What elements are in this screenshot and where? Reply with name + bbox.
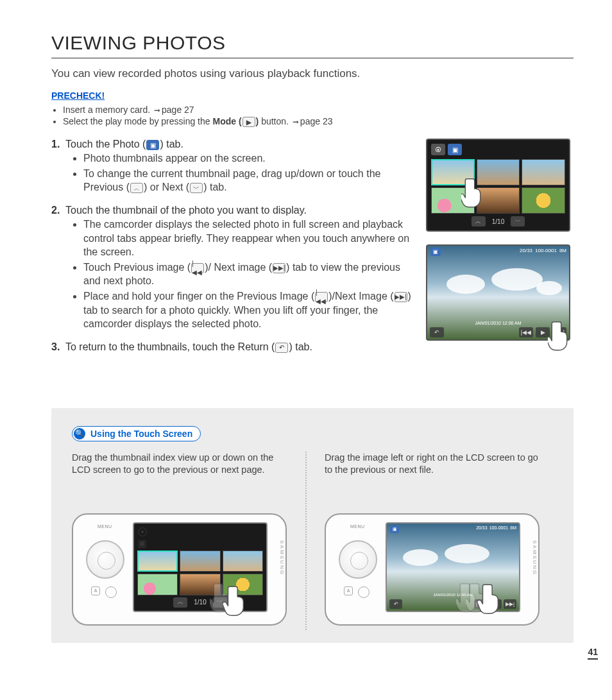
thumbnail-grid <box>431 159 565 214</box>
brand-label: SAMSUNG <box>532 540 538 576</box>
step-bullet: Touch Previous image (|◀◀)/ Next image (… <box>83 260 414 288</box>
text: To return to the thumbnails, touch the R… <box>65 341 275 352</box>
text: Touch the Photo ( <box>65 139 146 149</box>
figure-thumbnail-screen: ⦿ ▣ ︿ 1/10 ﹀ <box>426 139 574 232</box>
tip-panel: 🔍 Using the Touch Screen Drag the thumbn… <box>51 408 574 643</box>
step-bullet: Place and hold your finger on the Previo… <box>83 289 414 331</box>
thumbnail <box>137 574 178 595</box>
mode-play-icon: ▶ <box>242 117 255 127</box>
return-button: ↶ <box>389 599 402 609</box>
page-indicator: 1/10 <box>194 599 206 606</box>
text: Place and hold your finger on the Previo… <box>83 291 314 302</box>
text: page 23 <box>300 116 333 126</box>
prev-image-icon: |◀◀ <box>315 292 328 302</box>
round-button-icon <box>358 586 370 598</box>
file-number: 100-0001 <box>535 248 557 256</box>
prev-image-button: |◀◀ <box>519 327 533 337</box>
prev-icon: ︿ <box>130 183 143 193</box>
photo-counter: 20/33 <box>476 525 488 533</box>
hand-pointer-icon <box>548 317 577 352</box>
arrow-icon <box>153 105 162 115</box>
device-illustration: MENU A SAMSUNG ⦿ ▣ <box>72 502 290 630</box>
text: Touch Previous image ( <box>83 262 191 273</box>
video-tab-icon: ⦿ <box>431 144 445 155</box>
text: button. <box>259 116 291 126</box>
page-title: VIEWING PHOTOS <box>51 32 574 58</box>
steps: Touch the Photo (▣) tab. Photo thumbnail… <box>51 139 414 363</box>
hand-pointer-icon <box>461 174 490 209</box>
return-button: ↶ <box>430 327 444 337</box>
thumbnail <box>223 551 263 572</box>
precheck-heading: PRECHECK! <box>51 90 574 101</box>
text: ) or Next ( <box>144 182 189 192</box>
thumbnail <box>180 551 220 572</box>
text: Insert a memory card. <box>63 105 153 115</box>
round-button-icon <box>105 586 117 598</box>
figure-fullscreen-photo: ▣ 20/33 100-0001 8M JAN/01/2010 12:00 AM… <box>426 244 574 341</box>
text: Select the play mode by pressing the <box>63 116 212 126</box>
brand-label: SAMSUNG <box>279 540 285 576</box>
prev-image-icon: |◀◀ <box>191 263 204 273</box>
next-image-icon: ▶▶| <box>395 292 407 302</box>
page-up-button: ︿ <box>472 216 486 226</box>
page-down-button: ﹀ <box>511 216 525 226</box>
step-bullet: To change the current thumbnail page, dr… <box>83 167 414 194</box>
next-image-icon: ▶▶| <box>273 263 285 273</box>
intro-text: You can view recorded photos using vario… <box>51 67 574 80</box>
step-3: To return to the thumbnails, touch the R… <box>51 341 414 353</box>
joystick-icon <box>86 540 124 579</box>
step-1: Touch the Photo (▣) tab. Photo thumbnail… <box>51 139 414 194</box>
photo-tab-icon: ▣ <box>146 140 159 150</box>
photo-indicator-icon: ▣ <box>430 248 441 256</box>
tip-badge-label: Using the Touch Screen <box>90 429 192 439</box>
text: ) tab. <box>160 139 183 149</box>
photo-tab-icon: ▣ <box>137 537 150 547</box>
magnifier-icon: 🔍 <box>74 428 85 440</box>
resolution-badge: 8M <box>559 248 566 256</box>
step-bullet: Photo thumbnails appear on the screen. <box>83 151 414 166</box>
tip-column-left: Drag the thumbnail index view up or down… <box>72 452 305 630</box>
tip-badge: 🔍 Using the Touch Screen <box>72 426 201 441</box>
a-button-icon: A <box>344 586 353 595</box>
page-number: 41 <box>588 647 598 660</box>
text: Touch the thumbnail of the photo you wan… <box>65 205 307 216</box>
arrow-icon <box>291 116 300 126</box>
resolution-badge: 8M <box>510 525 516 533</box>
return-icon: ↶ <box>275 343 288 353</box>
photo-counter: 20/33 <box>520 248 532 256</box>
thumbnail <box>137 551 178 572</box>
page-indicator: 1/10 <box>492 218 504 225</box>
precheck-item: Insert a memory card. page 27 <box>63 105 574 115</box>
text: ) tab. <box>289 341 312 352</box>
tip-text: Drag the thumbnail index view up or down… <box>72 452 290 490</box>
text: )/ Next image ( <box>205 262 272 273</box>
photo-indicator-icon: ▣ <box>390 525 399 533</box>
joystick-icon <box>339 540 377 579</box>
thumbnail <box>522 159 565 185</box>
menu-label: MENU <box>350 524 365 529</box>
thumbnail <box>522 187 565 214</box>
text: To change the current thumbnail page, dr… <box>83 168 380 193</box>
precheck-item: Select the play mode by pressing the Mod… <box>63 116 574 127</box>
text: Mode ( <box>212 116 241 126</box>
file-number: 100-0001 <box>489 525 509 533</box>
tip-column-right: Drag the image left or right on the LCD … <box>305 452 558 630</box>
tip-text: Drag the image left or right on the LCD … <box>325 452 543 490</box>
hand-pointer-icon <box>477 580 509 615</box>
photo-tab-icon: ▣ <box>448 144 462 155</box>
text: page 27 <box>162 105 194 115</box>
menu-label: MENU <box>98 524 112 529</box>
hand-pointer-icon <box>223 582 255 617</box>
a-button-icon: A <box>91 586 100 595</box>
video-tab-icon: ⦿ <box>137 527 150 537</box>
text: ) tab. <box>203 182 226 192</box>
text: )/Next Image ( <box>328 291 393 302</box>
next-icon: ﹀ <box>190 183 203 193</box>
page-up-button: ︿ <box>173 597 187 608</box>
step-2: Touch the thumbnail of the photo you wan… <box>51 205 414 331</box>
precheck-list: Insert a memory card. page 27 Select the… <box>63 105 574 127</box>
step-bullet: The camcorder displays the selected phot… <box>83 218 414 259</box>
device-illustration: MENU A SAMSUNG ▣ 20/33 100-0001 8M <box>325 502 543 630</box>
